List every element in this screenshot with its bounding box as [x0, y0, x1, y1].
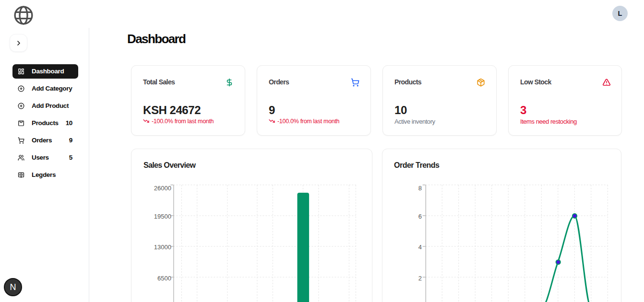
svg-text:4: 4 [418, 244, 422, 251]
svg-text:8: 8 [418, 185, 422, 192]
svg-text:13000: 13000 [154, 244, 171, 251]
svg-text:2: 2 [418, 275, 422, 282]
svg-text:19500: 19500 [154, 213, 171, 220]
svg-text:6: 6 [418, 213, 422, 220]
svg-text:26000: 26000 [154, 185, 171, 192]
svg-text:6500: 6500 [157, 275, 171, 282]
